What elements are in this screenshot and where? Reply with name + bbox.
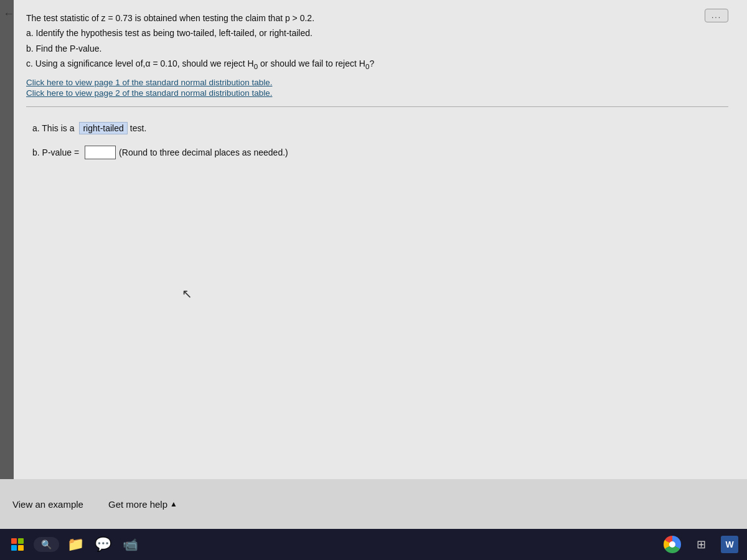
- windows-logo-quad-3: [11, 545, 17, 551]
- h0-subscript: 0: [254, 58, 258, 68]
- taskbar-chrome-icon[interactable]: [661, 533, 684, 556]
- taskbar-app-file-explorer[interactable]: 📁: [64, 533, 87, 556]
- question-part-c-text: c. Using a significance level of,α = 0.1…: [26, 58, 254, 68]
- question-part-c: c. Using a significance level of,α = 0.1…: [26, 57, 728, 72]
- question-part-b: b. Find the P-value.: [26, 42, 728, 55]
- question-part-c-suffix: or should we fail to reject H: [260, 58, 365, 68]
- taskbar-search[interactable]: 🔍: [34, 537, 59, 552]
- question-part-a: a. Identify the hypothesis test as being…: [26, 26, 728, 40]
- windows-logo-icon: [11, 538, 24, 551]
- get-more-help-button[interactable]: Get more help ▲: [108, 499, 177, 510]
- windows-start-button[interactable]: [6, 533, 29, 556]
- chrome-logo-inner: [669, 541, 675, 548]
- back-arrow-icon[interactable]: ←: [3, 7, 14, 21]
- more-options-button[interactable]: ...: [705, 9, 728, 22]
- windows-logo-quad-1: [11, 538, 17, 544]
- windows-logo-quad-2: [18, 538, 24, 544]
- taskbar-app-teams[interactable]: 💬: [92, 533, 114, 556]
- windows-logo-quad-4: [18, 545, 24, 551]
- question-text: The test statistic of z = 0.73 is obtain…: [26, 11, 728, 73]
- question-block: The test statistic of z = 0.73 is obtain…: [26, 11, 728, 98]
- arrow-up-icon: ▲: [170, 500, 177, 508]
- answer-section: a. This is a right-tailed test. b. P-val…: [26, 116, 728, 159]
- taskbar: 🔍 📁 💬 📹 ⊞ W: [0, 529, 747, 560]
- taskbar-grid-icon[interactable]: ⊞: [690, 533, 712, 556]
- answer-part-a: a. This is a right-tailed test.: [32, 122, 728, 134]
- answer-b-prefix: b. P-value =: [32, 147, 79, 157]
- answer-part-b: b. P-value = (Round to three decimal pla…: [32, 146, 728, 159]
- taskbar-word-icon[interactable]: W: [718, 533, 741, 556]
- p-value-input[interactable]: [85, 146, 116, 159]
- get-more-help-label: Get more help: [108, 499, 167, 510]
- answer-a-highlight: right-tailed: [79, 122, 127, 134]
- left-sidebar: [0, 0, 14, 485]
- distribution-table-link-1[interactable]: Click here to view page 1 of the standar…: [26, 78, 728, 87]
- cursor-icon: ↖: [182, 286, 192, 301]
- taskbar-right: ⊞ W: [661, 533, 741, 556]
- answer-a-suffix: test.: [130, 123, 146, 133]
- answer-b-suffix: (Round to three decimal places as needed…: [119, 147, 288, 157]
- main-content: ... The test statistic of z = 0.73 is ob…: [14, 0, 747, 485]
- bottom-bar: View an example Get more help ▲: [0, 479, 747, 529]
- h0-subscript-2: 0?: [365, 58, 374, 68]
- section-divider: [26, 106, 728, 107]
- answer-a-prefix: a. This is a: [32, 123, 74, 133]
- view-example-link[interactable]: View an example: [12, 499, 83, 510]
- word-logo: W: [721, 536, 738, 553]
- chrome-logo: [664, 536, 681, 553]
- question-intro: The test statistic of z = 0.73 is obtain…: [26, 11, 728, 25]
- taskbar-app-zoom[interactable]: 📹: [119, 533, 141, 556]
- screen: ← ... The test statistic of z = 0.73 is …: [0, 0, 747, 560]
- grid-icon: ⊞: [697, 538, 706, 551]
- search-icon: 🔍: [41, 539, 52, 549]
- distribution-table-link-2[interactable]: Click here to view page 2 of the standar…: [26, 88, 728, 98]
